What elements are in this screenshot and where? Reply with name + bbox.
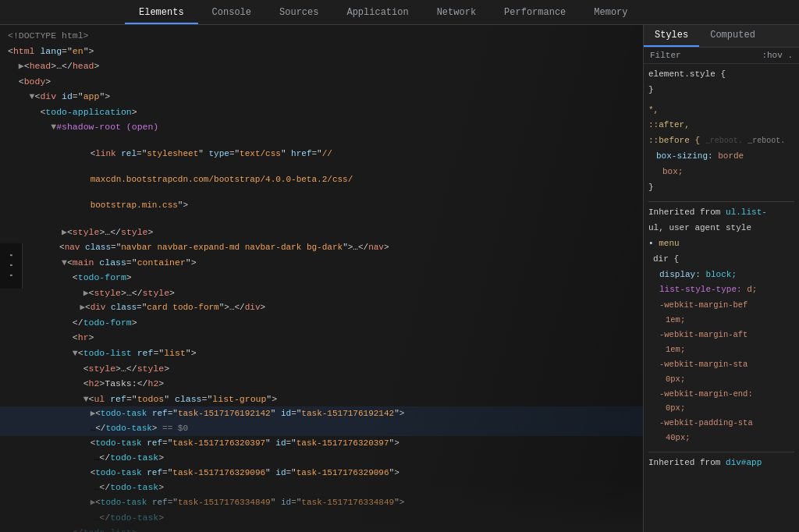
line-nav: <nav class="navbar navbar-expand-md navb… — [0, 240, 643, 255]
element-style-block: element.style { } — [648, 67, 794, 98]
line-task1: ▶<todo-task ref="task-1517176192142" id=… — [0, 406, 643, 421]
line-style3: <style>…</style> — [0, 361, 643, 377]
tab-network[interactable]: Network — [423, 2, 490, 24]
tab-sources[interactable]: Sources — [265, 2, 332, 24]
rule-box-val: box; — [648, 165, 794, 180]
line-task4-close: …</todo-task> — [0, 510, 643, 526]
tab-memory[interactable]: Memory — [580, 2, 641, 24]
filter-label: Filter — [650, 51, 681, 60]
line-todo-list-close: </todo-list> — [0, 525, 643, 532]
styles-filter-bar: Filter :hov . — [644, 48, 799, 64]
tab-console[interactable]: Console — [198, 2, 265, 24]
line-task4: ▶<todo-task ref="task-1517176334849" id=… — [0, 495, 643, 510]
tab-performance[interactable]: Performance — [490, 2, 580, 24]
line-link: <link rel="stylesheet" type="text/css" h… — [0, 135, 643, 225]
line-head: ▶<head>…</head> — [0, 59, 643, 74]
tab-bar: Elements Console Sources Application Net… — [0, 0, 799, 25]
element-style-header: element.style { — [648, 67, 794, 83]
line-todo-app: <todo-application> — [0, 105, 643, 120]
rule-star-block: *, ::after, ::before { _reboot. _reboot.… — [648, 103, 794, 196]
line-html: <html lang="en"> — [0, 44, 643, 59]
line-style1: ▶<style>…</style> — [0, 225, 643, 240]
line-todo-list: ▼<todo-list ref="list"> — [0, 346, 643, 361]
line-div-app: ▼<div id="app"> — [0, 89, 643, 105]
tab-application[interactable]: Application — [332, 2, 422, 24]
tab-styles[interactable]: Styles — [644, 25, 699, 47]
line-style2: ▶<style>…</style> — [0, 286, 643, 301]
line-hr: <hr> — [0, 330, 643, 346]
line-task2-close: …</todo-task> — [0, 450, 643, 466]
tab-computed[interactable]: Computed — [699, 25, 766, 47]
line-ul: ▼<ul ref="todos" class="list-group"> — [0, 392, 643, 407]
line-h2: <h2>Tasks:</h2> — [0, 376, 643, 392]
styles-panel: Styles Computed Filter :hov . element.st… — [643, 25, 799, 532]
line-shadow: ▼#shadow-root (open) — [0, 119, 643, 135]
line-task2: <todo-task ref="task-1517176320397" id="… — [0, 436, 643, 451]
tab-elements[interactable]: Elements — [125, 2, 198, 24]
rule-star-selector2: ::after, — [648, 118, 794, 133]
line-body: <body> — [0, 74, 643, 90]
line-task3-close: …</todo-task> — [0, 480, 643, 495]
styles-content: element.style { } *, ::after, ::before {… — [644, 64, 799, 474]
rule-star-selector3: ::before { _reboot. _reboot. — [648, 133, 794, 149]
rule-box-sizing: box-sizing: borde — [648, 149, 794, 165]
line-div-card: ▶<div class="card todo-form">…</div> — [0, 300, 643, 315]
inherited-section2: Inherited from div#app — [648, 452, 794, 471]
inherited-section1: Inherited from ul.list- ul, user agent s… — [648, 201, 794, 445]
line-main: ▼<main class="container"> — [0, 255, 643, 271]
line-task3: <todo-task ref="task-1517176329096" id="… — [0, 466, 643, 481]
rule-close: } — [648, 180, 794, 196]
line-todo-form: <todo-form> — [0, 270, 643, 286]
styles-tabs-bar: Styles Computed — [644, 25, 799, 48]
line-doctype: <!DOCTYPE html> — [0, 28, 643, 44]
elements-panel[interactable]: <!DOCTYPE html> <html lang="en"> ▶<head>… — [0, 25, 643, 532]
element-style-close: } — [648, 83, 794, 98]
line-task1-close: …</todo-task> == $0 — [0, 421, 643, 436]
devtools-body: ··· <!DOCTYPE html> <html lang="en"> ▶<h… — [0, 25, 799, 532]
left-dots: ··· — [0, 243, 23, 289]
line-todo-form-close: </todo-form> — [0, 315, 643, 331]
rule-star-selector: *, — [648, 103, 794, 119]
filter-hint: :hov . — [762, 51, 793, 60]
